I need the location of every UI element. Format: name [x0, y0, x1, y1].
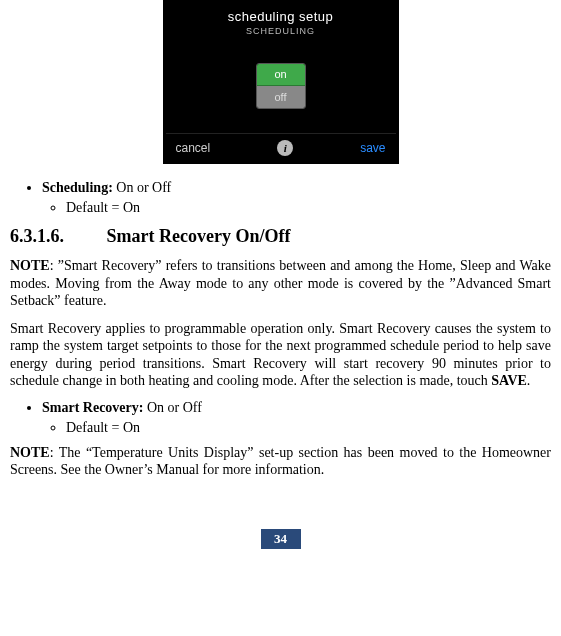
info-icon[interactable]: i	[277, 140, 293, 156]
page-number: 34	[261, 529, 301, 549]
cancel-button[interactable]: cancel	[176, 141, 211, 155]
note-label: NOTE	[10, 258, 50, 273]
toggle-option-on[interactable]: on	[257, 64, 305, 86]
section-number: 6.3.1.6.	[10, 226, 102, 247]
bullet-label: Smart Recovery:	[42, 400, 143, 415]
scheduling-toggle[interactable]: on off	[256, 63, 306, 109]
bullet-label: Scheduling:	[42, 180, 113, 195]
toggle-option-off[interactable]: off	[257, 86, 305, 108]
note-text: : ”Smart Recovery” refers to transitions…	[10, 258, 551, 308]
page: scheduling setup SCHEDULING on off cance…	[0, 0, 561, 559]
device-title: scheduling setup	[166, 9, 396, 24]
paragraph-text: Smart Recovery applies to programmable o…	[10, 321, 551, 389]
note-label: NOTE	[10, 445, 50, 460]
bullet-value: On or Off	[147, 400, 202, 415]
note-text: : The “Temperature Units Display” set-up…	[10, 445, 551, 478]
bullet-list-smart-recovery: Smart Recovery: On or Off Default = On	[10, 400, 551, 436]
list-item: Default = On	[66, 420, 551, 436]
paragraph-tail: .	[527, 373, 531, 388]
thermostat-screen: scheduling setup SCHEDULING on off cance…	[163, 0, 399, 164]
device-body: on off	[166, 38, 396, 133]
bullet-list-scheduling: Scheduling: On or Off Default = On	[10, 180, 551, 216]
save-word: SAVE	[491, 373, 527, 388]
device-header: scheduling setup SCHEDULING	[166, 3, 396, 38]
list-item: Default = On	[66, 200, 551, 216]
body-paragraph: Smart Recovery applies to programmable o…	[10, 320, 551, 390]
section-title: Smart Recovery On/Off	[107, 226, 291, 246]
device-footer: cancel i save	[166, 133, 396, 161]
sub-list: Default = On	[42, 420, 551, 436]
device-subtitle: SCHEDULING	[166, 26, 396, 36]
save-button[interactable]: save	[360, 141, 385, 155]
section-heading: 6.3.1.6. Smart Recovery On/Off	[10, 226, 551, 247]
bullet-value: On or Off	[116, 180, 171, 195]
sub-list: Default = On	[42, 200, 551, 216]
list-item: Smart Recovery: On or Off Default = On	[42, 400, 551, 436]
note-paragraph: NOTE: The “Temperature Units Display” se…	[10, 444, 551, 479]
list-item: Scheduling: On or Off Default = On	[42, 180, 551, 216]
note-paragraph: NOTE: ”Smart Recovery” refers to transit…	[10, 257, 551, 310]
